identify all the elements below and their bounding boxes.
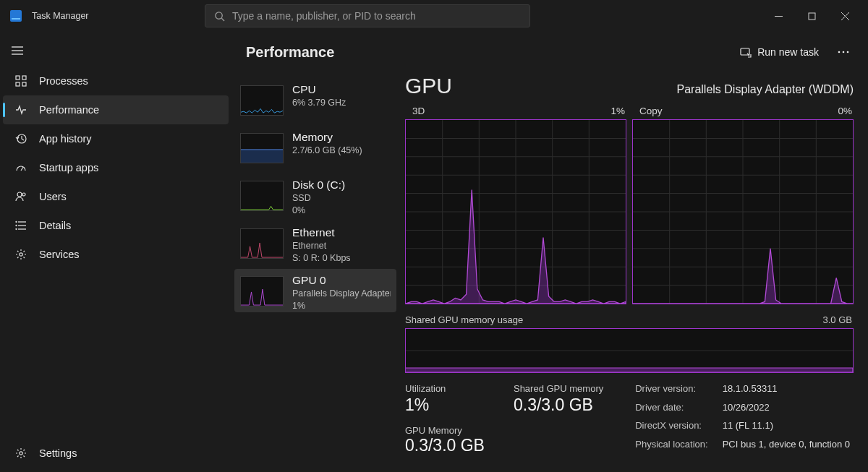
cpu-thumb [240, 85, 284, 116]
sidebar-item-label: Services [39, 249, 80, 260]
chart-copy[interactable] [632, 119, 854, 304]
gpu-thumb [240, 276, 284, 306]
run-task-label: Run new task [757, 46, 819, 58]
perf-card-disk[interactable]: Disk 0 (C:) SSD 0% [234, 173, 396, 217]
svg-point-23 [20, 253, 22, 256]
svg-line-14 [21, 167, 23, 171]
card-title: Disk 0 (C:) [292, 178, 345, 192]
svg-rect-11 [16, 82, 20, 86]
sidebar-item-app-history[interactable]: App history [3, 124, 229, 153]
svg-rect-29 [241, 150, 283, 163]
sidebar-item-label: Startup apps [39, 162, 98, 173]
shared-value: 0.3/3.0 GB [514, 395, 603, 415]
gpumem-value: 0.3/3.0 GB [405, 436, 485, 455]
svg-rect-3 [809, 13, 815, 20]
sidebar: Processes Performance App history Startu… [0, 32, 231, 472]
perf-card-memory[interactable]: Memory 2.7/6.0 GB (45%) [234, 126, 396, 169]
sidebar-item-label: Details [39, 220, 71, 231]
sidebar-item-users[interactable]: Users [3, 182, 229, 211]
svg-rect-9 [16, 76, 20, 80]
title-bar: Task Manager [0, 0, 868, 32]
users-icon [14, 191, 27, 202]
card-sub: 2.7/6.0 GB (45%) [292, 145, 362, 157]
gpumem-label: GPU Memory [405, 425, 485, 436]
svg-point-28 [847, 51, 849, 53]
svg-line-1 [221, 18, 224, 21]
detail-title: GPU [405, 74, 452, 98]
util-label: Utilization [405, 383, 485, 394]
adapter-name: Parallels Display Adapter (WDDM) [676, 83, 854, 96]
ethernet-thumb [240, 228, 284, 259]
performance-list: CPU 6% 3.79 GHz Memory 2.7/6.0 GB (45%) … [231, 72, 399, 472]
chart-3d-value: 1% [610, 106, 625, 116]
svg-point-27 [843, 51, 845, 53]
detail-panel: GPU Parallels Display Adapter (WDDM) 3D … [399, 72, 868, 472]
svg-rect-10 [22, 76, 26, 80]
card-sub: 6% 3.79 GHz [292, 97, 346, 109]
hamburger-button[interactable] [1, 36, 33, 65]
pulse-icon [14, 104, 27, 116]
card-title: Ethernet [292, 226, 351, 240]
minimize-button[interactable] [762, 4, 796, 27]
svg-point-21 [16, 226, 17, 226]
app-title: Task Manager [32, 11, 89, 21]
search-icon [214, 11, 225, 22]
chart-3d-label: 3D [412, 106, 425, 116]
sidebar-item-startup-apps[interactable]: Startup apps [3, 153, 229, 182]
card-sub: Ethernet [292, 240, 351, 252]
sidebar-item-label: Users [39, 191, 67, 202]
chart-shared-mem[interactable] [405, 328, 854, 373]
gauge-icon [14, 162, 27, 173]
close-button[interactable] [829, 4, 862, 27]
sidebar-item-settings[interactable]: Settings [3, 439, 229, 468]
perf-card-ethernet[interactable]: Ethernet Ethernet S: 0 R: 0 Kbps [234, 221, 396, 265]
card-sub2: S: 0 R: 0 Kbps [292, 252, 351, 265]
sidebar-item-label: Processes [39, 75, 88, 87]
run-task-icon [740, 46, 752, 58]
shared-mem-label: Shared GPU memory usage [405, 314, 523, 325]
page-title: Performance [246, 44, 334, 61]
util-value: 1% [405, 395, 485, 415]
sidebar-item-processes[interactable]: Processes [3, 66, 229, 95]
card-sub: Parallels Display Adapter (WDDM) [292, 288, 391, 300]
memory-thumb [240, 133, 284, 163]
perf-card-gpu[interactable]: GPU 0 Parallels Display Adapter (WDDM) 1… [234, 269, 396, 312]
perf-card-cpu[interactable]: CPU 6% 3.79 GHz [234, 78, 396, 121]
list-icon [14, 220, 27, 231]
search-box[interactable] [205, 4, 530, 27]
card-sub: SSD [292, 192, 345, 205]
shared-label: Shared GPU memory [514, 383, 603, 394]
shared-mem-max: 3.0 GB [823, 314, 852, 325]
settings-icon [14, 447, 27, 459]
card-title: CPU [292, 82, 346, 97]
card-title: GPU 0 [292, 273, 391, 288]
sidebar-item-label: App history [39, 133, 92, 145]
svg-point-0 [216, 12, 222, 18]
svg-point-16 [22, 193, 25, 196]
chart-copy-value: 0% [838, 106, 852, 116]
sidebar-item-services[interactable]: Services [3, 240, 229, 269]
gpu-info: Driver version:18.1.0.53311 Driver date:… [635, 383, 850, 455]
svg-rect-12 [22, 82, 26, 86]
more-button[interactable] [829, 39, 858, 65]
svg-point-26 [838, 51, 841, 53]
maximize-button[interactable] [796, 4, 829, 27]
history-icon [14, 133, 27, 145]
app-icon [10, 10, 22, 22]
sidebar-item-performance[interactable]: Performance [3, 95, 229, 124]
svg-point-24 [20, 452, 22, 455]
run-new-task-button[interactable]: Run new task [733, 42, 826, 62]
card-title: Memory [292, 130, 362, 145]
sidebar-item-label: Settings [39, 447, 77, 459]
svg-point-15 [17, 192, 22, 197]
search-input[interactable] [232, 10, 521, 22]
card-sub2: 0% [292, 205, 345, 217]
card-sub2: 1% [292, 300, 391, 312]
grid-icon [14, 75, 27, 87]
disk-thumb [240, 181, 284, 211]
svg-point-20 [16, 222, 17, 223]
sidebar-item-label: Performance [39, 104, 99, 116]
svg-point-22 [16, 229, 17, 230]
sidebar-item-details[interactable]: Details [3, 211, 229, 240]
chart-3d[interactable] [405, 119, 626, 304]
